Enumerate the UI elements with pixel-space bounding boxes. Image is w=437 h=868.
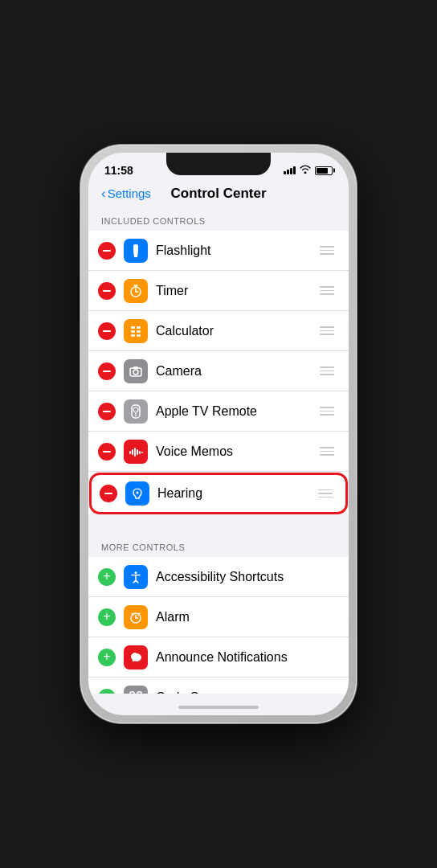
included-controls-header: INCLUDED CONTROLS — [88, 203, 349, 231]
voicememos-icon — [124, 440, 148, 464]
svg-rect-23 — [137, 449, 138, 455]
accessibility-label: Accessibility Shortcuts — [156, 570, 337, 584]
timer-icon — [124, 279, 148, 303]
drag-handle[interactable] — [315, 486, 336, 502]
svg-point-27 — [135, 571, 137, 574]
list-item: Alarm — [88, 597, 349, 637]
nav-bar: ‹ Settings Control Center — [88, 183, 349, 203]
back-button[interactable]: ‹ Settings — [101, 186, 151, 200]
drag-handle[interactable] — [317, 444, 337, 459]
back-label: Settings — [108, 186, 151, 200]
list-item: Camera — [88, 351, 349, 391]
svg-rect-10 — [137, 330, 141, 333]
codescanner-label: Code Scanner — [156, 690, 337, 694]
remove-camera-button[interactable] — [98, 362, 116, 380]
svg-rect-19 — [135, 415, 137, 416]
accessibility-icon — [124, 565, 148, 589]
status-time: 11:58 — [104, 164, 133, 177]
content-area: INCLUDED CONTROLS Flashlight — [88, 203, 349, 694]
included-controls-list: Flashlight — [88, 231, 349, 514]
alarm-icon — [124, 605, 148, 629]
svg-rect-9 — [131, 330, 135, 333]
drag-handle[interactable] — [317, 323, 337, 338]
calculator-label: Calculator — [156, 324, 317, 338]
more-controls-list: Accessibility Shortcuts Alar — [88, 557, 349, 694]
svg-rect-12 — [137, 334, 141, 337]
remove-voicememos-button[interactable] — [98, 443, 116, 461]
page-title: Control Center — [171, 186, 267, 202]
svg-rect-8 — [137, 326, 141, 329]
list-item: Flashlight — [88, 231, 349, 271]
remove-flashlight-button[interactable] — [98, 242, 116, 260]
svg-rect-11 — [131, 334, 135, 337]
phone-frame: 11:58 — [80, 145, 357, 723]
svg-point-26 — [137, 492, 139, 494]
remove-hearing-button[interactable] — [100, 485, 117, 502]
svg-rect-33 — [130, 692, 134, 694]
appletv-icon — [124, 399, 148, 424]
list-item: Voice Memos — [88, 432, 349, 472]
svg-point-17 — [133, 407, 138, 412]
remove-appletv-button[interactable] — [98, 403, 116, 420]
add-accessibility-button[interactable] — [98, 568, 116, 586]
hearing-list-item: Hearing — [90, 473, 347, 514]
signal-icon — [284, 166, 296, 174]
svg-rect-18 — [135, 413, 137, 415]
svg-rect-21 — [132, 449, 133, 455]
battery-icon — [315, 166, 333, 175]
drag-handle[interactable] — [317, 283, 337, 298]
camera-icon — [124, 359, 148, 383]
svg-marker-1 — [133, 251, 138, 257]
phone-screen: 11:58 — [88, 153, 349, 715]
appletv-label: Apple TV Remote — [156, 404, 317, 419]
chevron-left-icon: ‹ — [101, 186, 106, 200]
flashlight-label: Flashlight — [156, 244, 317, 258]
flashlight-icon — [124, 239, 148, 263]
announce-icon — [124, 645, 148, 669]
svg-rect-24 — [139, 451, 141, 454]
hearing-icon — [125, 481, 149, 506]
more-controls-header: MORE CONTROLS — [88, 530, 349, 557]
notch — [166, 153, 271, 175]
timer-label: Timer — [156, 284, 317, 298]
svg-rect-25 — [141, 452, 143, 453]
svg-point-14 — [133, 370, 138, 375]
list-item: Code Scanner — [88, 678, 349, 694]
drag-handle[interactable] — [317, 403, 337, 419]
add-codescanner-button[interactable] — [98, 689, 116, 694]
home-indicator — [178, 706, 259, 709]
list-item: Calculator — [88, 311, 349, 351]
announce-label: Announce Notifications — [156, 650, 337, 665]
list-item: Announce Notifications — [88, 637, 349, 678]
remove-calculator-button[interactable] — [98, 322, 116, 340]
camera-label: Camera — [156, 364, 317, 379]
list-item: Apple TV Remote — [88, 391, 349, 432]
svg-rect-15 — [133, 366, 138, 369]
drag-handle[interactable] — [317, 363, 337, 379]
remove-timer-button[interactable] — [98, 282, 116, 300]
svg-rect-34 — [137, 692, 141, 694]
calculator-icon — [124, 319, 148, 343]
svg-rect-22 — [134, 448, 136, 457]
svg-rect-7 — [131, 326, 135, 329]
status-icons — [284, 165, 333, 176]
voicememos-label: Voice Memos — [156, 444, 317, 459]
svg-rect-20 — [129, 451, 131, 454]
add-announce-button[interactable] — [98, 649, 116, 666]
svg-rect-0 — [133, 244, 138, 252]
alarm-label: Alarm — [156, 610, 337, 624]
codescanner-icon — [124, 686, 148, 694]
wifi-icon — [300, 165, 311, 176]
hearing-label: Hearing — [157, 486, 315, 501]
list-item: Accessibility Shortcuts — [88, 557, 349, 597]
list-item: Timer — [88, 271, 349, 311]
add-alarm-button[interactable] — [98, 608, 116, 626]
drag-handle[interactable] — [317, 243, 337, 258]
